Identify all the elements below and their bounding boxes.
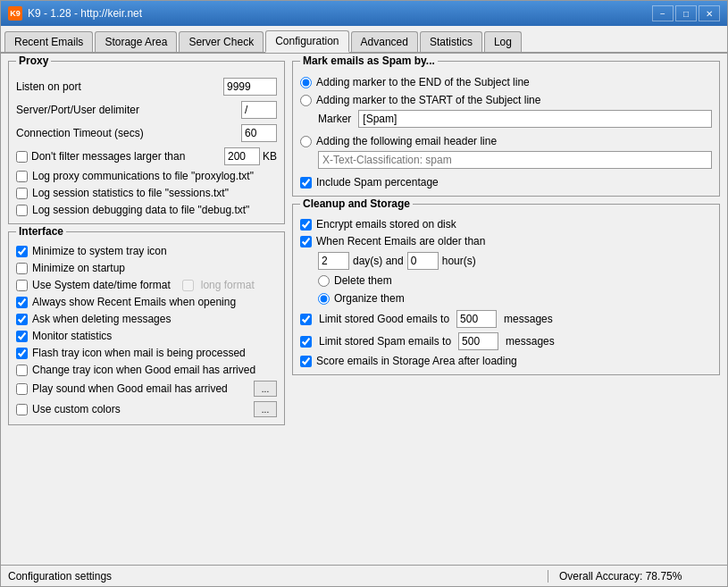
add-start-row: Adding marker to the START of the Subjec…: [300, 94, 712, 106]
add-start-radio[interactable]: [300, 95, 312, 106]
change-tray-row: Change tray icon when Good email has arr…: [16, 364, 277, 376]
flash-tray-checkbox[interactable]: [16, 348, 28, 359]
use-custom-colors-label: Use custom colors: [32, 403, 121, 415]
log-proxy-row: Log proxy communications to file "proxyl…: [16, 170, 277, 182]
maximize-button[interactable]: □: [675, 5, 697, 21]
add-end-label: Adding marker to the END of the Subject …: [316, 76, 530, 88]
main-content: Proxy Listen on port Server/Port/User de…: [1, 54, 727, 565]
minimize-startup-checkbox[interactable]: [16, 263, 28, 274]
long-format-checkbox[interactable]: [182, 280, 194, 291]
minimize-startup-label: Minimize on startup: [32, 262, 125, 274]
main-window: K9 K9 - 1.28 - http://keir.net − □ ✕ Rec…: [0, 0, 728, 587]
custom-colors-browse-button[interactable]: ...: [254, 401, 277, 417]
add-end-radio[interactable]: [300, 77, 312, 88]
email-header-input[interactable]: [318, 151, 712, 169]
interface-title: Interface: [16, 225, 66, 238]
play-sound-label: Play sound when Good email has arrived: [32, 382, 228, 395]
ask-deleting-label: Ask when deleting messages: [32, 313, 171, 325]
score-label: Score emails in Storage Area after loadi…: [316, 355, 517, 367]
add-end-row: Adding marker to the END of the Subject …: [300, 76, 712, 88]
tab-recent-emails[interactable]: Recent Emails: [4, 31, 93, 52]
listen-port-label: Listen on port: [16, 80, 223, 93]
limit-good-checkbox[interactable]: [300, 314, 312, 325]
organize-radio[interactable]: [318, 293, 330, 305]
monitor-stats-label: Monitor statistics: [32, 330, 112, 342]
close-button[interactable]: ✕: [699, 5, 720, 21]
tab-advanced[interactable]: Advanced: [351, 31, 418, 52]
use-system-date-checkbox[interactable]: [16, 280, 28, 291]
listen-port-input[interactable]: [223, 78, 277, 96]
tab-log[interactable]: Log: [484, 31, 522, 52]
flash-tray-label: Flash tray icon when mail is being proce…: [32, 347, 246, 359]
delimiter-row: Server/Port/User delimiter: [16, 101, 277, 119]
filter-checkbox[interactable]: [16, 151, 28, 163]
cleanup-group: Cleanup and Storage Encrypt emails store…: [292, 204, 720, 375]
tab-server-check[interactable]: Server Check: [179, 31, 264, 52]
ask-deleting-row: Ask when deleting messages: [16, 313, 277, 325]
status-right: Overall Accuracy: 78.75%: [548, 570, 727, 583]
marker-row: Marker: [300, 110, 712, 128]
app-icon: K9: [8, 6, 22, 21]
title-controls: − □ ✕: [652, 5, 720, 21]
log-debug-row: Log session debugging data to file "debu…: [16, 204, 277, 216]
hours-input[interactable]: [407, 252, 439, 270]
minimize-tray-checkbox[interactable]: [16, 246, 28, 257]
change-tray-checkbox[interactable]: [16, 365, 28, 376]
organize-row: Organize them: [300, 292, 712, 305]
limit-good-label: Limit stored Good emails to: [319, 313, 449, 325]
use-system-date-label: Use System date/time format: [32, 279, 171, 291]
delete-radio[interactable]: [318, 275, 330, 287]
play-sound-checkbox[interactable]: [16, 383, 28, 395]
tab-statistics[interactable]: Statistics: [420, 31, 482, 52]
play-sound-browse-button[interactable]: ...: [254, 381, 277, 397]
when-older-label: When Recent Emails are older than: [316, 235, 485, 247]
ask-deleting-checkbox[interactable]: [16, 314, 28, 325]
organize-label: Organize them: [334, 292, 405, 305]
marker-input[interactable]: [358, 110, 712, 128]
limit-good-input[interactable]: [456, 310, 497, 328]
days-input[interactable]: [318, 252, 349, 270]
minimize-button[interactable]: −: [652, 5, 674, 21]
limit-good-row: Limit stored Good emails to messages: [300, 310, 712, 328]
tab-configuration[interactable]: Configuration: [265, 30, 348, 53]
encrypt-label: Encrypt emails stored on disk: [316, 218, 456, 231]
include-spam-row: Include Spam percentage: [300, 176, 712, 189]
minimize-tray-row: Minimize to system tray icon: [16, 245, 277, 257]
change-tray-label: Change tray icon when Good email has arr…: [32, 364, 255, 376]
score-emails-row: Score emails in Storage Area after loadi…: [300, 355, 712, 367]
right-panel: Mark emails as Spam by... Adding marker …: [292, 61, 720, 558]
delimiter-input[interactable]: [241, 101, 277, 119]
add-header-radio[interactable]: [300, 136, 312, 147]
log-debug-label: Log session debugging data to file "debu…: [32, 204, 249, 216]
marker-label: Marker: [318, 113, 351, 125]
filter-label: Don't filter messages larger than: [31, 150, 221, 163]
timeout-input[interactable]: [241, 124, 277, 142]
encrypt-row: Encrypt emails stored on disk: [300, 218, 712, 231]
use-custom-colors-row: Use custom colors ...: [16, 401, 277, 417]
status-bar: Configuration settings Overall Accuracy:…: [1, 565, 727, 586]
log-session-checkbox[interactable]: [16, 188, 28, 199]
proxy-group: Proxy Listen on port Server/Port/User de…: [8, 61, 285, 224]
status-left: Configuration settings: [1, 570, 548, 583]
window-title: K9 - 1.28 - http://keir.net: [28, 7, 142, 20]
log-debug-checkbox[interactable]: [16, 205, 28, 216]
always-show-checkbox[interactable]: [16, 297, 28, 308]
tab-storage-area[interactable]: Storage Area: [95, 31, 177, 52]
filter-unit: KB: [263, 150, 277, 163]
limit-spam-checkbox[interactable]: [300, 336, 312, 348]
log-proxy-checkbox[interactable]: [16, 171, 28, 182]
score-emails-checkbox[interactable]: [300, 356, 312, 367]
when-older-checkbox[interactable]: [300, 236, 312, 247]
monitor-stats-checkbox[interactable]: [16, 331, 28, 342]
use-custom-colors-checkbox[interactable]: [16, 404, 28, 415]
hours-label: hour(s): [442, 255, 476, 267]
encrypt-checkbox[interactable]: [300, 219, 312, 231]
left-panel: Proxy Listen on port Server/Port/User de…: [8, 61, 285, 558]
cleanup-title: Cleanup and Storage: [300, 197, 413, 210]
include-spam-checkbox[interactable]: [300, 177, 312, 189]
filter-input[interactable]: [224, 147, 260, 165]
interface-group: Interface Minimize to system tray icon M…: [8, 231, 285, 425]
limit-spam-input[interactable]: [458, 332, 498, 350]
timeout-row: Connection Timeout (secs): [16, 124, 277, 142]
log-proxy-label: Log proxy communications to file "proxyl…: [32, 170, 254, 182]
